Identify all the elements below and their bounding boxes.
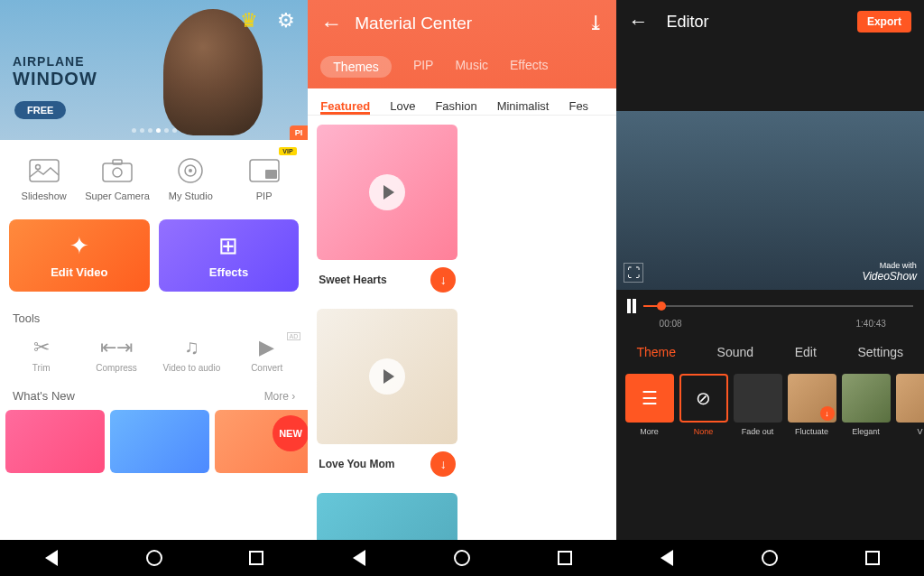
tab-music[interactable]: Music (455, 58, 488, 76)
theme-thumb (317, 125, 457, 260)
whats-new-item[interactable] (110, 410, 209, 473)
tab-edit[interactable]: Edit (795, 345, 817, 359)
slideshow-icon (28, 156, 60, 185)
download-button[interactable]: ↓ (430, 451, 456, 477)
nav-recent[interactable] (246, 548, 266, 568)
pause-button[interactable] (627, 299, 636, 313)
music-note-icon: ♫ (184, 336, 199, 359)
fullscreen-icon[interactable]: ⛶ (624, 263, 643, 283)
compress-icon: ⇤⇥ (100, 336, 133, 359)
theme-card[interactable]: Sweet Hearts ↓ (317, 125, 457, 300)
subtab-festival[interactable]: Fes (568, 99, 588, 115)
feature-label: Slideshow (22, 190, 67, 201)
theme-fluctuate[interactable]: ↓ Fluctuate (788, 374, 836, 436)
nav-home[interactable] (452, 548, 472, 568)
download-icon[interactable]: ⤓ (587, 12, 604, 35)
mc-title: Material Center (355, 14, 574, 33)
play-icon[interactable] (369, 174, 405, 210)
feature-camera[interactable]: Super Camera (80, 156, 153, 201)
theme-title: Love You Mom (319, 458, 394, 470)
banner-title: AIRPLANE WINDOW (13, 54, 97, 89)
subtab-love[interactable]: Love (390, 99, 415, 115)
effects-button[interactable]: ⊞ Effects (159, 219, 300, 292)
play-icon[interactable] (369, 358, 405, 395)
tools-title: Tools (0, 304, 308, 329)
tab-themes[interactable]: Themes (320, 56, 392, 78)
nav-recent[interactable] (555, 548, 575, 568)
more-link[interactable]: More › (264, 390, 296, 403)
theme-none[interactable]: ⊘ None (679, 374, 728, 436)
subtab-featured[interactable]: Featured (320, 99, 370, 115)
tab-sound[interactable]: Sound (717, 345, 753, 359)
mc-topbar: ← Material Center ⤓ (320, 11, 603, 36)
android-navbar (308, 540, 615, 576)
download-button[interactable]: ↓ (430, 267, 456, 293)
theme-elegant[interactable]: Elegant (842, 374, 891, 436)
playback-controls (616, 290, 924, 317)
nav-recent[interactable] (863, 548, 882, 568)
tool-video-audio[interactable]: ♫ Video to audio (154, 336, 229, 373)
timeline-handle[interactable] (657, 302, 666, 311)
tool-convert[interactable]: AD ▶ Convert (229, 336, 304, 373)
theme-card[interactable]: Love You Mom ↓ (317, 309, 457, 484)
camera-icon (101, 156, 134, 185)
whats-new-item[interactable]: NEW (215, 410, 314, 473)
subtab-fashion[interactable]: Fashion (435, 99, 476, 115)
feature-grid: Slideshow Super Camera My Studio VIP PIP (0, 140, 308, 207)
tool-label: Compress (96, 363, 137, 373)
svg-point-4 (113, 168, 122, 177)
tab-effects[interactable]: Effects (510, 58, 549, 76)
timeline-slider[interactable] (643, 305, 913, 307)
banner-pagination[interactable] (132, 128, 177, 133)
subtab-minimalist[interactable]: Minimalist (497, 99, 550, 115)
edit-video-button[interactable]: ✦ Edit Video (9, 219, 150, 292)
tool-compress[interactable]: ⇤⇥ Compress (79, 336, 153, 373)
whats-new-header: What's New More › (0, 386, 308, 410)
feature-slideshow[interactable]: Slideshow (7, 156, 80, 201)
download-icon: ↓ (820, 406, 835, 421)
theme-thumb (842, 374, 891, 423)
watermark-logo: VideoShow (862, 270, 917, 283)
tab-pip[interactable]: PIP (413, 58, 434, 76)
tab-theme[interactable]: Theme (636, 345, 676, 359)
watermark: Made with VideoShow (862, 261, 917, 283)
home-screen: AIRPLANE WINDOW FREE ♛ ⚙ PI Slideshow Su… (0, 0, 308, 576)
video-preview[interactable]: ⛶ Made with VideoShow (616, 111, 924, 290)
theme-fadeout[interactable]: Fade out (734, 374, 782, 436)
editor-header: ← Editor Export (616, 0, 924, 43)
nav-back[interactable] (657, 548, 677, 568)
banner-line1: AIRPLANE (13, 54, 97, 69)
whats-new-title: What's New (13, 389, 75, 403)
whats-new-item[interactable] (5, 410, 105, 473)
editor-title: Editor (667, 13, 839, 32)
nav-back[interactable] (42, 548, 61, 568)
card-footer: Sweet Hearts ↓ (317, 260, 457, 300)
feature-studio[interactable]: My Studio (154, 156, 227, 201)
tool-label: Video to audio (162, 363, 220, 373)
store-icon: ☰ (625, 374, 674, 423)
tool-trim[interactable]: ✂ Trim (4, 336, 79, 373)
action-label: Effects (209, 265, 248, 279)
settings-icon[interactable]: ⚙ (277, 9, 295, 33)
nav-back[interactable] (349, 548, 369, 568)
promo-banner[interactable]: AIRPLANE WINDOW FREE ♛ ⚙ PI (0, 0, 308, 140)
back-icon[interactable]: ← (320, 11, 342, 36)
theme-more[interactable]: ☰ More (625, 374, 674, 436)
feature-label: Super Camera (85, 190, 150, 201)
tab-settings[interactable]: Settings (857, 345, 903, 359)
mc-subtabs: Featured Love Fashion Minimalist Fes (308, 88, 615, 116)
nav-home[interactable] (760, 548, 780, 568)
back-icon[interactable]: ← (629, 10, 649, 33)
feature-pip[interactable]: VIP PIP (227, 156, 300, 201)
theme-partial[interactable]: V (896, 374, 924, 436)
theme-carousel[interactable]: ☰ More ⊘ None Fade out ↓ Fluctuate Elega… (616, 370, 924, 440)
timeline-fill (643, 305, 657, 307)
nav-home[interactable] (144, 548, 164, 568)
theme-thumb (896, 374, 924, 423)
tools-row: ✂ Trim ⇤⇥ Compress ♫ Video to audio AD ▶… (0, 329, 308, 386)
export-button[interactable]: Export (857, 11, 911, 33)
card-footer: Love You Mom ↓ (317, 444, 457, 484)
editor-tabs: Theme Sound Edit Settings (616, 336, 924, 370)
free-badge: FREE (14, 101, 66, 119)
crown-icon[interactable]: ♛ (240, 9, 258, 33)
